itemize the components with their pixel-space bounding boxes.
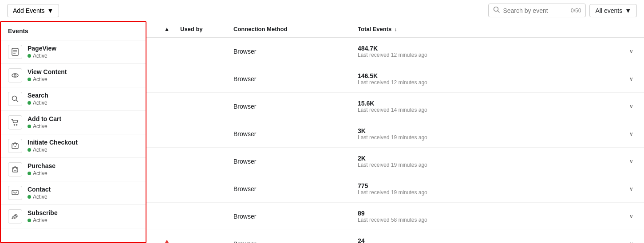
event-info: Initiate Checkout Active [28,139,78,153]
search-input[interactable] [503,7,568,14]
expand-button[interactable]: ∨ [629,103,637,110]
table-area: ▲ Used by Connection Method Total Events… [146,21,644,243]
search-count: 0/50 [571,8,581,14]
search-box[interactable]: 0/50 [488,4,586,17]
connection-cell: Browser [233,213,358,220]
checkout-icon [8,139,22,153]
events-header: Events [1,22,146,40]
add-events-button[interactable]: Add Events ▼ [7,4,59,17]
status-dot [28,172,31,175]
table-row[interactable]: Browser 15.6K Last received 14 minutes a… [146,93,644,120]
chevron-down-icon: ▼ [47,7,54,14]
expand-button[interactable]: ∨ [629,241,637,243]
list-item[interactable]: Initiate Checkout Active [1,134,146,158]
svg-point-7 [14,74,16,76]
event-name: Add to Cart [28,115,61,122]
expand-button[interactable]: ∨ [629,131,637,137]
top-bar: Add Events ▼ 0/50 All events ▼ [0,0,644,21]
table-row[interactable]: Browser 484.7K Last received 12 minutes … [146,38,644,65]
total-events-column-header: Total Events ↓ [358,26,637,32]
event-status: Active [28,217,58,223]
event-name: Initiate Checkout [28,139,78,146]
table-row[interactable]: ! Browser 24 Last received 8 hours ago ∨ [146,230,644,243]
list-item[interactable]: Add to Cart Active [1,111,146,134]
expand-button[interactable]: ∨ [629,158,637,165]
status-label: Active [33,194,47,200]
svg-line-9 [16,100,18,102]
connection-method-column-header: Connection Method [233,26,358,32]
events-panel: Events PageView Active [0,21,146,243]
search-icon [493,6,500,15]
table-row[interactable]: Browser 3K Last received 19 minutes ago … [146,120,644,148]
list-item[interactable]: Search Active [1,87,146,111]
status-dot [28,54,31,58]
list-item[interactable]: Subscribe Active [1,205,146,228]
table-row[interactable]: Browser 775 Last received 19 minutes ago… [146,175,644,203]
connection-cell: Browser [233,130,358,137]
list-item[interactable]: Contact Active [1,181,146,205]
expand-button[interactable]: ∨ [629,186,637,192]
purchase-icon [8,162,22,176]
event-status: Active [28,147,78,153]
event-status: Active [28,100,48,106]
total-events-cell: 775 Last received 19 minutes ago ∨ [358,182,637,196]
event-status: Active [28,170,55,176]
list-item[interactable]: PageView Active [1,40,146,64]
connection-cell: Browser [233,75,358,82]
connection-cell: Browser [233,240,358,243]
warning-column-header: ▲ [154,26,180,32]
status-label: Active [33,53,47,59]
list-item[interactable]: Purchase Active [1,158,146,181]
status-label: Active [33,170,47,176]
event-info: View Content Active [28,68,67,82]
svg-rect-14 [12,168,18,172]
event-info: Search Active [28,92,48,106]
cart-icon [8,115,22,129]
event-info: Subscribe Active [28,209,58,223]
page-icon [8,45,22,59]
eye-icon [8,68,22,82]
filter-dropdown[interactable]: All events ▼ [589,4,637,17]
table-row[interactable]: Browser 89 Last received 58 minutes ago … [146,203,644,230]
event-name: Contact [28,186,51,193]
event-info: Add to Cart Active [28,115,61,129]
connection-cell: Browser [233,48,358,55]
svg-point-11 [16,124,17,125]
svg-point-10 [14,124,15,125]
chevron-icon: ∨ [629,213,633,219]
top-bar-right: 0/50 All events ▼ [488,4,637,17]
total-events-cell: 484.7K Last received 12 minutes ago ∨ [358,45,637,58]
contact-icon [8,186,22,200]
svg-point-13 [15,146,16,147]
svg-line-1 [498,11,500,13]
subscribe-icon [8,209,22,223]
svg-rect-16 [12,190,18,195]
table-row[interactable]: Browser 2K Last received 19 minutes ago … [146,148,644,175]
status-label: Active [33,76,47,82]
event-name: Search [28,92,48,99]
table-row[interactable]: Browser 146.5K Last received 12 minutes … [146,65,644,93]
event-info: Contact Active [28,186,51,200]
search-icon [8,92,22,106]
status-dot [28,195,31,199]
event-info: PageView Active [28,45,56,59]
status-dot [28,219,31,222]
used-by-column-header: Used by [180,26,233,32]
chevron-icon: ∨ [629,76,633,82]
expand-button[interactable]: ∨ [629,213,637,219]
expand-button[interactable]: ∨ [629,48,637,55]
total-events-cell: 15.6K Last received 14 minutes ago ∨ [358,100,637,113]
list-item[interactable]: View Content Active [1,64,146,87]
filter-label: All events [595,7,622,14]
warning-cell: ! [154,239,180,243]
event-name: PageView [28,45,56,52]
status-label: Active [33,217,47,223]
status-dot [28,148,31,152]
expand-button[interactable]: ∨ [629,76,637,82]
status-label: Active [33,123,47,129]
chevron-icon: ∨ [629,241,633,243]
chevron-icon: ∨ [629,186,633,192]
chevron-down-icon: ▼ [625,7,631,14]
event-name: View Content [28,68,67,75]
total-events-cell: 146.5K Last received 12 minutes ago ∨ [358,72,637,86]
